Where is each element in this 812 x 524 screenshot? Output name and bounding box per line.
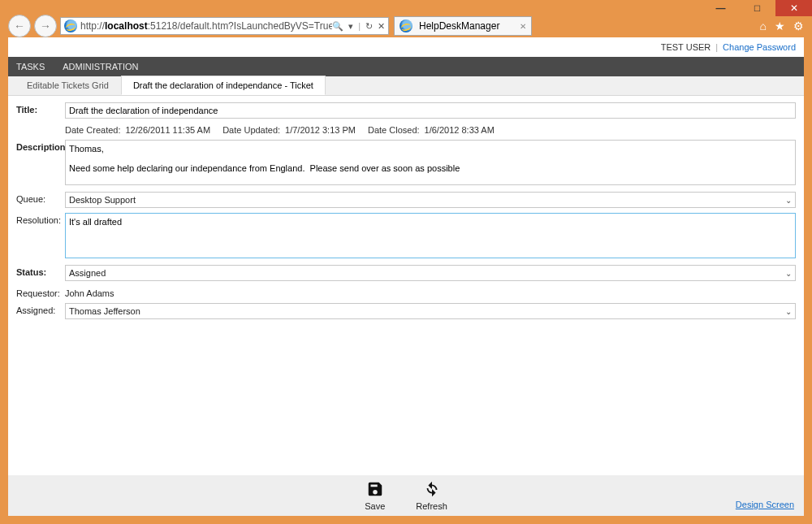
favorites-icon[interactable]: ★: [775, 19, 785, 32]
chevron-down-icon: ⌄: [785, 196, 792, 205]
queue-label: Queue:: [16, 192, 65, 204]
status-value: Assigned: [69, 268, 106, 278]
description-input[interactable]: [65, 140, 796, 185]
menu-bar: TASKS ADMINISTRATION: [8, 57, 804, 76]
tab-grid[interactable]: Editable Tickets Grid: [15, 76, 121, 95]
menu-tasks[interactable]: TASKS: [16, 62, 45, 71]
save-label: Save: [365, 501, 385, 511]
requestor-value: John Adams: [65, 286, 796, 298]
settings-icon[interactable]: ⚙: [793, 19, 804, 32]
assigned-value: Thomas Jefferson: [69, 306, 140, 316]
browser-tools: ⌂ ★ ⚙: [760, 19, 804, 32]
refresh-icon[interactable]: ↻: [365, 21, 373, 32]
assigned-select[interactable]: Thomas Jefferson ⌄: [65, 303, 796, 319]
requestor-label: Requestor:: [16, 286, 65, 298]
resolution-input[interactable]: [65, 213, 796, 258]
window-controls: — ☐ ✕: [702, 0, 812, 16]
user-bar: TEST USER | Change Password: [8, 37, 804, 57]
search-icon[interactable]: 🔍: [332, 21, 343, 32]
app-frame: TEST USER | Change Password TASKS ADMINI…: [8, 37, 804, 516]
stop-icon[interactable]: ✕: [378, 21, 385, 32]
change-password-link[interactable]: Change Password: [723, 42, 796, 52]
date-updated-label: Date Updated:: [222, 125, 280, 135]
date-closed-value: 1/6/2012 8:33 AM: [425, 125, 495, 135]
design-screen-link[interactable]: Design Screen: [736, 500, 794, 509]
dropdown-icon[interactable]: ▾: [348, 21, 353, 32]
title-label: Title:: [16, 102, 65, 115]
browser-tab[interactable]: HelpDeskManager ✕: [394, 16, 532, 36]
home-icon[interactable]: ⌂: [760, 19, 767, 32]
save-icon: [366, 480, 384, 501]
current-user: TEST USER: [661, 42, 711, 52]
refresh-label: Refresh: [416, 501, 447, 511]
save-button[interactable]: Save: [365, 480, 385, 511]
ie-icon: [64, 19, 77, 32]
queue-value: Desktop Support: [69, 195, 136, 205]
browser-toolbar: ← → http://localhost:51218/default.htm?I…: [8, 16, 804, 36]
action-bar: Save Refresh Design Screen: [8, 475, 804, 516]
date-created-value: 12/26/2011 11:35 AM: [125, 125, 210, 135]
back-button[interactable]: ←: [8, 15, 31, 37]
menu-administration[interactable]: ADMINISTRATION: [63, 62, 138, 71]
close-button[interactable]: ✕: [775, 0, 812, 16]
address-bar[interactable]: http://localhost:51218/default.htm?IsLau…: [60, 17, 389, 35]
close-tab-icon[interactable]: ✕: [520, 22, 526, 31]
tab-strip: Editable Tickets Grid Draft the declarat…: [8, 76, 804, 96]
ie-icon: [400, 19, 412, 32]
forward-button[interactable]: →: [34, 15, 57, 37]
maximize-button[interactable]: ☐: [739, 0, 775, 16]
date-closed-label: Date Closed:: [368, 125, 420, 135]
assigned-label: Assigned:: [16, 303, 65, 315]
refresh-icon: [423, 480, 441, 501]
queue-select[interactable]: Desktop Support ⌄: [65, 192, 796, 208]
date-created-label: Date Created:: [65, 125, 120, 135]
status-select[interactable]: Assigned ⌄: [65, 265, 796, 281]
tab-title: HelpDeskManager: [419, 20, 499, 32]
status-label: Status:: [16, 265, 65, 277]
chevron-down-icon: ⌄: [785, 307, 792, 316]
date-updated-value: 1/7/2012 3:13 PM: [285, 125, 356, 135]
tab-ticket[interactable]: Draft the declaration of independance - …: [121, 76, 326, 95]
description-label: Description:: [16, 140, 65, 152]
resolution-label: Resolution:: [16, 213, 65, 225]
refresh-button[interactable]: Refresh: [416, 480, 447, 511]
chevron-down-icon: ⌄: [785, 269, 792, 278]
ticket-form: Title: Date Created: 12/26/2011 11:35 AM…: [8, 96, 804, 475]
title-input[interactable]: [65, 102, 796, 119]
address-icons: 🔍▾ | ↻ ✕: [332, 21, 385, 32]
address-text: http://localhost:51218/default.htm?IsLau…: [80, 20, 332, 32]
date-row: Date Created: 12/26/2011 11:35 AM Date U…: [16, 123, 796, 140]
minimize-button[interactable]: —: [702, 0, 739, 16]
